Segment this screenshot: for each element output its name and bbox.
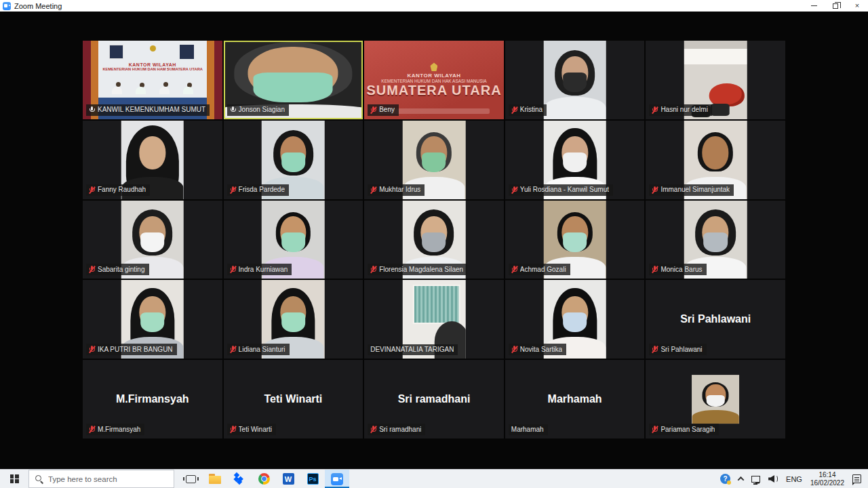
participant-tile[interactable]: Mukhtar Idrus <box>364 121 504 199</box>
dropbox-taskbar-button[interactable] <box>227 470 252 488</box>
participant-tile[interactable]: IKA PUTRI BR BANGUN <box>83 280 222 359</box>
participant-name-label: Yuli Rosdiana - Kanwil Sumut <box>520 186 609 193</box>
volume-tray-button[interactable] <box>764 470 782 488</box>
office-banner-text: KANTOR WILAYAHKEMENTERIAN HUKUM DAN HAM … <box>100 62 205 71</box>
taskview-taskbar-button[interactable] <box>178 470 203 488</box>
photoshop-taskbar-button[interactable] <box>300 470 325 488</box>
tray-time: 16:14 <box>818 471 835 479</box>
participant-name-label: M.Firmansyah <box>98 426 140 433</box>
participant-tile[interactable]: Frisda Pardede <box>224 121 363 199</box>
close-button[interactable]: × <box>846 0 868 12</box>
participant-tile[interactable]: KANTOR WILAYAHKEMENTERIAN HUKUM DAN HAK … <box>364 41 504 119</box>
participant-tile[interactable]: Fanny Raudhah <box>83 121 222 199</box>
restore-button[interactable] <box>825 0 846 12</box>
help-tray-button[interactable] <box>716 470 734 488</box>
participant-tile[interactable]: Indra Kurniawan <box>224 201 363 279</box>
zoom-taskbar-button[interactable] <box>325 470 349 488</box>
participant-name-label: Sri ramadhani <box>379 426 421 433</box>
face-mask <box>281 152 305 172</box>
participant-name-label: Lidiana Sianturi <box>239 346 285 353</box>
start-button[interactable] <box>0 470 28 488</box>
tray-expand-button[interactable] <box>734 470 747 488</box>
word-taskbar-button[interactable] <box>276 470 300 488</box>
network-tray-button[interactable] <box>747 470 764 488</box>
participant-tile[interactable]: MarhamahMarhamah <box>505 360 645 439</box>
participant-tile[interactable]: Sri PahlawaniSri Pahlawani <box>646 280 785 359</box>
participant-name-label: Fanny Raudhah <box>98 186 146 193</box>
participant-tile[interactable]: Teti WinartiTeti Winarti <box>224 360 363 439</box>
mic-muted-icon <box>511 186 517 194</box>
face-mask <box>563 232 587 252</box>
mic-muted-icon <box>652 106 658 114</box>
participant-tile[interactable]: Lidiana Sianturi <box>224 280 363 359</box>
mic-muted-icon <box>89 186 95 194</box>
participant-tile[interactable]: Monica Barus <box>646 201 785 279</box>
participant-tile[interactable]: Yuli Rosdiana - Kanwil Sumut <box>505 121 645 199</box>
search-icon <box>35 474 43 483</box>
participant-tile[interactable]: Sabarita ginting <box>83 201 222 279</box>
participant-tile[interactable]: Hasni nur delmi <box>646 41 785 119</box>
participant-nameplate: KANWIL KEMENKUMHAM SUMUT <box>86 104 210 116</box>
tray-clock[interactable]: 16:14 16/02/2022 <box>806 470 848 488</box>
participant-nameplate: Kristina <box>509 104 547 116</box>
face-mask <box>563 73 587 92</box>
participant-nameplate: Monica Barus <box>649 264 706 275</box>
search-box[interactable] <box>28 470 174 488</box>
participant-nameplate: Fanny Raudhah <box>86 184 150 196</box>
participant-name-label: IKA PUTRI BR BANGUN <box>98 346 173 353</box>
face-mask <box>707 395 725 407</box>
action-center-button[interactable] <box>848 470 865 488</box>
participant-nameplate: Achmad Gozali <box>509 264 570 275</box>
participant-tile[interactable]: Jonson Siagian <box>224 41 363 119</box>
mic-on-icon <box>230 106 236 114</box>
mic-muted-icon <box>370 186 376 194</box>
face-mask <box>422 232 446 252</box>
zoom-app-icon <box>3 2 11 10</box>
participant-nameplate: Marhamah <box>509 424 548 435</box>
minimize-button[interactable] <box>803 0 825 12</box>
seated-people-torsos <box>112 87 122 94</box>
participant-name-label: Hasni nur delmi <box>660 106 707 113</box>
mic-muted-icon <box>89 426 95 433</box>
participant-tile[interactable]: M.FirmansyahM.Firmansyah <box>83 360 222 439</box>
video-feed <box>692 375 739 424</box>
participant-nameplate: Frisda Pardede <box>227 184 289 196</box>
help-icon <box>720 474 730 484</box>
face-mask <box>563 312 587 332</box>
system-tray: ENG 16:14 16/02/2022 <box>716 470 868 488</box>
participant-tile[interactable]: Florensia Magdalena Silaen <box>364 201 504 279</box>
participant-name-label: Teti Winarti <box>239 426 272 433</box>
chrome-icon <box>258 473 270 485</box>
mic-muted-icon <box>652 346 658 353</box>
search-input[interactable] <box>48 475 168 483</box>
participant-name-label: Sri Pahlawani <box>660 346 702 353</box>
explorer-taskbar-button[interactable] <box>203 470 227 488</box>
taskbar: ENG 16:14 16/02/2022 <box>0 469 868 488</box>
banner-line-1: KANTOR WILAYAH <box>407 73 460 79</box>
action-center-icon <box>852 474 861 483</box>
participant-tile[interactable]: KANTOR WILAYAHKEMENTERIAN HUKUM DAN HAM … <box>83 41 222 119</box>
participant-nameplate: Lidiana Sianturi <box>227 344 290 355</box>
participant-tile[interactable]: Novita Sartika <box>505 280 645 359</box>
participant-name-label: Frisda Pardede <box>239 186 285 193</box>
mic-muted-icon <box>89 346 95 353</box>
language-indicator[interactable]: ENG <box>782 470 806 488</box>
participant-tile[interactable]: Achmad Gozali <box>505 201 645 279</box>
mic-muted-icon <box>370 426 376 433</box>
restore-icon <box>833 3 838 9</box>
network-icon <box>751 476 760 483</box>
participant-tile[interactable]: Pariaman Saragih <box>646 360 785 439</box>
chevron-up-icon <box>738 476 745 483</box>
participant-tile[interactable]: Sri ramadhaniSri ramadhani <box>364 360 504 439</box>
participant-nameplate: Beny <box>368 104 399 116</box>
dropbox-icon <box>233 473 245 485</box>
window-title: Zoom Meeting <box>14 2 62 10</box>
participant-tile[interactable]: Immanuel Simanjuntak <box>646 121 785 199</box>
chrome-taskbar-button[interactable] <box>252 470 276 488</box>
participant-avatar <box>543 41 606 119</box>
face-mask <box>422 152 446 172</box>
participant-nameplate: Pariaman Saragih <box>649 424 719 435</box>
participant-tile[interactable]: Kristina <box>505 41 645 119</box>
video-feed <box>543 41 606 119</box>
participant-tile[interactable]: DEVINANATALIA TARIGAN <box>364 280 504 359</box>
